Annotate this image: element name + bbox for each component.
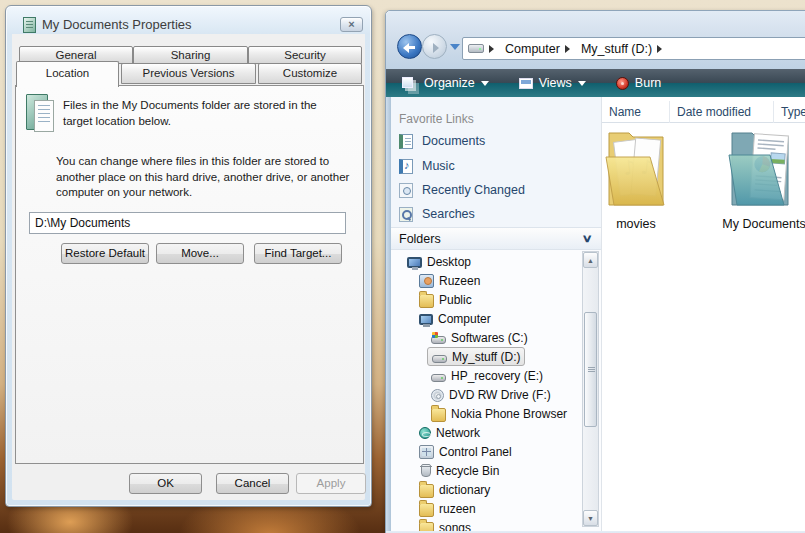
- column-name[interactable]: Name: [602, 101, 670, 123]
- folder-icon: [419, 522, 434, 532]
- control-panel-icon: [419, 445, 434, 459]
- organize-icon: [402, 77, 413, 88]
- burn-button[interactable]: Burn: [608, 73, 669, 93]
- drive-icon: [432, 355, 447, 363]
- recently-changed-icon: [399, 183, 413, 198]
- chevron-down-icon: [481, 81, 489, 90]
- location-description-text: You can change where files in this folde…: [56, 154, 358, 201]
- documents-link-icon: [399, 134, 413, 149]
- tab-security[interactable]: Security: [248, 46, 362, 64]
- system-drive-icon: [431, 336, 446, 344]
- burn-label: Burn: [635, 76, 661, 90]
- tree-item-dvd-rw-f[interactable]: DVD RW Drive (F:): [427, 385, 555, 404]
- user-folder-icon: [419, 274, 434, 288]
- file-list-pane: Name Date modified Type ♪ ♪: [602, 97, 805, 531]
- file-item-movies[interactable]: ♪ ♪ movies: [602, 125, 676, 231]
- address-bar[interactable]: Computer My_stuff (D:): [462, 37, 805, 60]
- target-path-input[interactable]: [29, 212, 346, 234]
- dialog-title: My Documents Properties: [42, 17, 192, 32]
- optical-drive-icon: [431, 389, 444, 402]
- breadcrumb-computer[interactable]: Computer: [505, 42, 560, 56]
- computer-icon: [419, 314, 433, 325]
- tree-item-my-stuff-d[interactable]: My_stuff (D:): [427, 347, 525, 366]
- burn-disc-icon: [616, 77, 629, 90]
- music-link-icon: [399, 159, 413, 174]
- dialog-titlebar[interactable]: My Documents Properties: [6, 6, 371, 34]
- folders-tree: Desktop Ruzeen Public Computer Softwares…: [391, 250, 601, 531]
- folder-icon: [419, 484, 434, 498]
- folder-icon: [419, 294, 434, 308]
- tree-item-recycle-bin[interactable]: Recycle Bin: [415, 461, 503, 480]
- favorite-link-recently-changed[interactable]: Recently Changed: [395, 179, 575, 201]
- location-tab-page: [15, 85, 364, 464]
- organize-menu-button[interactable]: Organize: [394, 73, 497, 93]
- pane-divider[interactable]: [601, 97, 602, 531]
- folder-icon: [431, 408, 446, 422]
- close-icon[interactable]: ×: [340, 17, 363, 32]
- ok-button[interactable]: OK: [129, 473, 202, 494]
- tree-item-public[interactable]: Public: [415, 290, 476, 309]
- tree-item-computer[interactable]: Computer: [415, 309, 495, 328]
- favorite-link-documents[interactable]: Documents: [395, 130, 575, 152]
- breadcrumb-arrow-icon[interactable]: [565, 45, 574, 53]
- tree-item-network[interactable]: Network: [415, 423, 484, 442]
- drive-icon: [431, 374, 446, 382]
- file-label: movies: [602, 217, 676, 231]
- forward-button[interactable]: [422, 34, 447, 59]
- breadcrumb-my-stuff-d[interactable]: My_stuff (D:): [581, 42, 652, 56]
- breadcrumb-arrow-icon[interactable]: [657, 45, 666, 53]
- back-button[interactable]: [397, 34, 422, 59]
- folders-label: Folders: [399, 232, 441, 246]
- file-label: My Documents: [718, 217, 805, 231]
- favorite-link-music[interactable]: Music: [395, 155, 575, 177]
- tree-item-ruzeen-folder[interactable]: ruzeen: [415, 499, 480, 518]
- restore-default-button[interactable]: Restore Default: [61, 243, 149, 264]
- explorer-window: Computer My_stuff (D:) Organize Views Bu…: [385, 10, 805, 533]
- tab-customize[interactable]: Customize: [258, 63, 362, 84]
- file-item-my-documents[interactable]: My Documents: [718, 125, 805, 231]
- tree-item-hp-recovery-e[interactable]: HP_recovery (E:): [427, 366, 547, 385]
- tab-sharing[interactable]: Sharing: [133, 46, 248, 64]
- desktop-background: { "properties_dialog": { "title": "My Do…: [0, 0, 805, 533]
- organize-label: Organize: [424, 76, 475, 90]
- tree-item-nokia-phone-browser[interactable]: Nokia Phone Browser: [427, 404, 571, 423]
- apply-button[interactable]: Apply: [296, 473, 366, 494]
- recent-pages-chevron-icon[interactable]: [450, 44, 460, 55]
- tree-item-desktop[interactable]: Desktop: [403, 252, 475, 271]
- tree-scrollbar[interactable]: ▲ ▼: [582, 251, 599, 527]
- tree-item-songs[interactable]: songs: [415, 518, 475, 531]
- tree-item-control-panel[interactable]: Control Panel: [415, 442, 516, 461]
- drive-icon: [468, 44, 484, 53]
- folder-icon: [419, 503, 434, 517]
- move-button[interactable]: Move...: [156, 243, 244, 264]
- tab-previous-versions[interactable]: Previous Versions: [121, 63, 256, 84]
- breadcrumb-arrow-icon[interactable]: [489, 45, 498, 53]
- favorite-link-searches[interactable]: Searches: [395, 203, 575, 225]
- command-toolbar: Organize Views Burn: [386, 69, 805, 97]
- column-type[interactable]: Type: [774, 101, 805, 123]
- cancel-button[interactable]: Cancel: [216, 473, 289, 494]
- desktop-icon: [407, 257, 422, 268]
- document-icon: [23, 17, 36, 33]
- favorite-links-header: Favorite Links: [399, 112, 474, 126]
- views-label: Views: [539, 76, 572, 90]
- scrollbar-thumb[interactable]: [584, 312, 597, 427]
- tab-location[interactable]: Location: [16, 61, 119, 87]
- location-intro-text: Files in the My Documents folder are sto…: [63, 98, 341, 129]
- tree-item-ruzeen[interactable]: Ruzeen: [415, 271, 484, 290]
- chevron-down-icon: ∨: [581, 232, 592, 245]
- recycle-bin-icon: [421, 464, 431, 477]
- movies-folder-icon: ♪ ♪: [604, 125, 668, 215]
- tree-item-softwares-c[interactable]: Softwares (C:): [427, 328, 532, 347]
- searches-icon: [399, 207, 413, 222]
- column-date-modified[interactable]: Date modified: [670, 101, 774, 123]
- scroll-down-icon[interactable]: ▼: [583, 510, 598, 526]
- views-menu-button[interactable]: Views: [511, 73, 594, 93]
- views-icon: [519, 78, 533, 89]
- chevron-down-icon: [578, 81, 586, 90]
- scroll-up-icon[interactable]: ▲: [583, 252, 598, 268]
- tree-item-dictionary[interactable]: dictionary: [415, 480, 494, 499]
- find-target-button[interactable]: Find Target...: [254, 243, 342, 264]
- network-icon: [419, 427, 431, 439]
- folders-band[interactable]: Folders ∨: [391, 227, 601, 250]
